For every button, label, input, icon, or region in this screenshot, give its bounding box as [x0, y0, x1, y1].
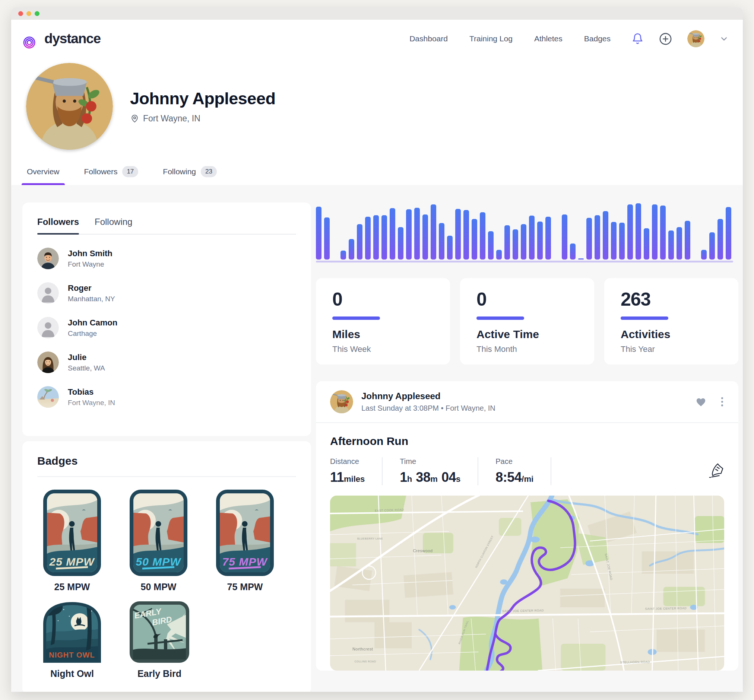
activity-bar: [431, 205, 436, 259]
badge-art-4: EARLY BIRD: [130, 602, 189, 663]
stat-period: This Week: [332, 344, 433, 354]
badge-night-owl[interactable]: NIGHT OWL Night Owl: [43, 602, 101, 679]
follower-info: John Camon Carthage: [68, 318, 117, 338]
activity-bar: [635, 203, 641, 259]
activity-bar: [365, 217, 371, 259]
activity-meta: Last Sunday at 3:08PM • Fort Wayne, IN: [361, 404, 496, 412]
user-menu-avatar[interactable]: [687, 30, 704, 47]
follower-location: Seattle, WA: [68, 364, 105, 372]
activity-bar: [341, 251, 346, 259]
route-map[interactable]: EAST COOK ROADBLUEBERRY LANECreswoodNORT…: [330, 495, 724, 670]
dystance-logo-icon: [22, 28, 40, 50]
activity-stat-value: 8:54/mi: [496, 470, 533, 485]
activity-bar: [537, 222, 543, 260]
svg-text:75 MPW: 75 MPW: [222, 556, 268, 568]
svg-text:BLUEBERRY LANE: BLUEBERRY LANE: [357, 537, 383, 540]
followers-card: FollowersFollowing John Smith Fort Wayne…: [22, 203, 311, 436]
activity-bar: [676, 227, 682, 259]
stat-label: Activities: [621, 328, 722, 341]
nav-link-athletes[interactable]: Athletes: [534, 34, 563, 43]
notifications-button[interactable]: [632, 33, 644, 45]
running-shoe-icon: [707, 462, 724, 479]
stat-value: 263: [621, 289, 722, 310]
follower-row-julie[interactable]: Julie Seattle, WA: [37, 352, 296, 373]
follower-location: Fort Wayne: [68, 260, 113, 269]
stat-card-active-time: 0 Active Time This Month: [460, 278, 594, 364]
follower-avatar: [37, 352, 59, 373]
badge-75-mpw[interactable]: 75 MPW 75 MPW: [216, 490, 274, 592]
stat-underline: [332, 317, 380, 320]
stat-value: 0: [477, 289, 578, 310]
activity-bar: [324, 217, 330, 259]
activity-stat-label: Distance: [330, 457, 365, 466]
activity-bar: [685, 221, 690, 259]
badge-early-bird[interactable]: EARLY BIRD Early Bird: [130, 602, 189, 679]
activity-bar: [709, 232, 715, 259]
nav-link-dashboard[interactable]: Dashboard: [410, 34, 448, 43]
map-canvas: EAST COOK ROADBLUEBERRY LANECreswoodNORT…: [330, 495, 724, 670]
nav-link-training-log[interactable]: Training Log: [469, 34, 513, 43]
activity-bar: [562, 214, 567, 259]
follower-row-john-camon[interactable]: John Camon Carthage: [37, 317, 296, 339]
follower-name: Roger: [68, 283, 115, 293]
activity-stat-value: 11miles: [330, 470, 365, 485]
top-navbar: dystance DashboardTraining LogAthletesBa…: [11, 20, 743, 58]
follower-row-tobias[interactable]: Tobias Fort Wayne, IN: [37, 386, 296, 408]
follower-avatar: [37, 248, 59, 269]
profile-tab-overview[interactable]: Overview: [27, 166, 59, 185]
activity-header: Johnny Appleseed Last Sunday at 3:08PM •…: [316, 381, 738, 423]
activity-bar: [594, 215, 600, 259]
tab-count-badge: 23: [201, 166, 217, 177]
activity-bar: [447, 236, 453, 259]
chevron-down-icon: [720, 34, 729, 44]
profile-tab-following[interactable]: Following 23: [163, 166, 217, 185]
follower-row-roger[interactable]: Roger Manhattan, NY: [37, 282, 296, 304]
svg-text:25 MPW: 25 MPW: [49, 556, 95, 568]
activity-bar: [422, 214, 428, 259]
user-menu-button[interactable]: [720, 34, 729, 44]
activity-bar: [504, 225, 510, 259]
like-button[interactable]: [695, 396, 707, 408]
follower-info: Tobias Fort Wayne, IN: [68, 387, 115, 407]
follower-row-john-smith[interactable]: John Smith Fort Wayne: [37, 248, 296, 269]
more-options-button[interactable]: [720, 397, 724, 407]
stat-cards-row: 0 Miles This Week 0 Active Time This Mon…: [316, 278, 738, 364]
svg-text:NIGHT OWL: NIGHT OWL: [49, 651, 95, 659]
activity-bar: [668, 230, 674, 259]
location-pin-icon: [130, 114, 139, 123]
badge-art-3: NIGHT OWL: [43, 602, 101, 663]
badge-art-1: 50 MPW: [130, 490, 188, 576]
badge-50-mpw[interactable]: 50 MPW 50 MPW: [130, 490, 188, 592]
brand-home-link[interactable]: dystance: [22, 28, 100, 50]
followers-card-tabs: FollowersFollowing: [37, 217, 296, 234]
activity-bar: [496, 250, 502, 259]
nav-link-badges[interactable]: Badges: [584, 34, 610, 43]
svg-text:50 MPW: 50 MPW: [136, 556, 181, 568]
follower-avatar: [37, 282, 59, 304]
nav-icons: [632, 30, 729, 47]
profile-name: Johnny Appleseed: [130, 89, 275, 108]
activity-bar: [373, 215, 379, 259]
activity-stat-label: Pace: [496, 457, 533, 466]
activity-bar: [406, 209, 411, 259]
stat-label: Miles: [332, 328, 433, 341]
followers-card-tab-following[interactable]: Following: [95, 217, 132, 234]
zoom-window-button[interactable]: [34, 11, 39, 16]
activity-body: Afternoon Run Distance 11miles Time 1h38…: [316, 423, 738, 485]
badge-25-mpw[interactable]: 25 MPW 25 MPW: [43, 490, 101, 592]
activity-bar: [545, 217, 551, 259]
activity-bar: [488, 231, 494, 260]
follower-name: John Camon: [68, 318, 117, 328]
right-column: 0 Miles This Week 0 Active Time This Mon…: [316, 203, 738, 692]
followers-card-tab-followers[interactable]: Followers: [37, 217, 79, 234]
activity-author-avatar: [330, 390, 353, 413]
activity-bar: [603, 211, 609, 259]
add-activity-button[interactable]: [659, 32, 673, 46]
activity-bar: [414, 208, 420, 259]
badge-label: 75 MPW: [227, 581, 263, 592]
close-window-button[interactable]: [18, 11, 23, 16]
activity-bar: [349, 239, 354, 259]
heart-icon: [695, 396, 707, 408]
minimize-window-button[interactable]: [27, 11, 31, 16]
profile-tab-followers[interactable]: Followers 17: [84, 166, 139, 185]
